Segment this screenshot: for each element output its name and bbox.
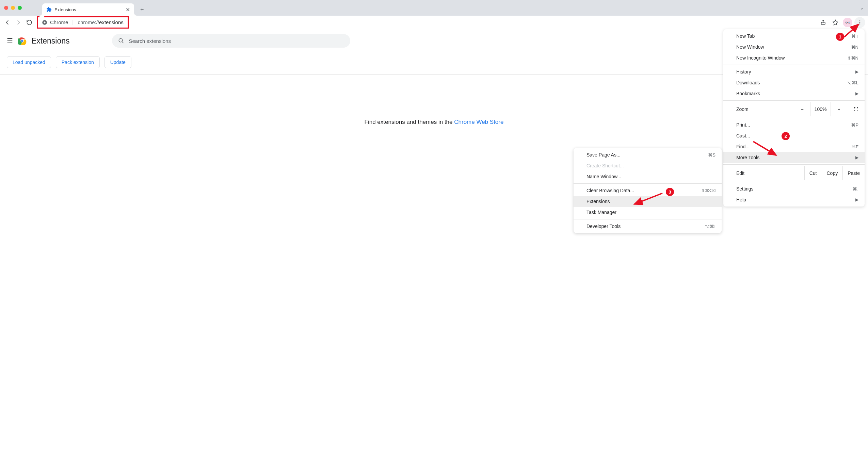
extension-puzzle-icon xyxy=(46,7,52,12)
nav-reload-button[interactable] xyxy=(25,18,34,27)
browser-tab[interactable]: Extensions ✕ xyxy=(42,3,134,16)
svg-point-9 xyxy=(119,38,123,42)
zoom-level: 100% xyxy=(810,102,831,116)
chrome-main-menu: New Tab⌘T New Window⌘N New Incognito Win… xyxy=(723,29,865,126)
menu-print[interactable]: Print...⌘P xyxy=(723,119,865,126)
new-tab-button[interactable]: + xyxy=(140,6,144,13)
chrome-logo-icon xyxy=(18,36,27,45)
window-minimize-button[interactable] xyxy=(11,6,15,10)
window-titlebar: Extensions ✕ + ⌄ xyxy=(0,0,868,16)
zoom-out-button[interactable]: − xyxy=(794,102,810,116)
menu-zoom-row: Zoom − 100% + xyxy=(723,102,865,116)
search-icon xyxy=(118,38,124,44)
menu-history[interactable]: History▶ xyxy=(723,66,865,77)
profile-avatar[interactable]: 👓 xyxy=(842,17,853,28)
address-bar-highlight-annotation: Chrome | chrome://extensions xyxy=(37,16,129,29)
fullscreen-icon[interactable] xyxy=(847,102,865,116)
omnibox-origin-label: Chrome xyxy=(50,19,68,25)
svg-point-8 xyxy=(21,39,23,42)
menu-new-window[interactable]: New Window⌘N xyxy=(723,42,865,52)
tab-title: Extensions xyxy=(54,7,76,12)
tabs-dropdown-icon[interactable]: ⌄ xyxy=(860,5,864,11)
update-button[interactable]: Update xyxy=(105,56,131,68)
main-menu-kebab-icon[interactable] xyxy=(854,17,865,28)
menu-bookmarks[interactable]: Bookmarks▶ xyxy=(723,88,865,99)
menu-downloads[interactable]: Downloads⌥⌘L xyxy=(723,77,865,88)
load-unpacked-button[interactable]: Load unpacked xyxy=(7,56,51,68)
svg-point-5 xyxy=(859,23,861,24)
omnibox-url: chrome://extensions xyxy=(78,19,124,25)
bookmark-star-icon[interactable] xyxy=(830,17,841,28)
nav-back-button[interactable] xyxy=(3,18,12,27)
window-zoom-button[interactable] xyxy=(18,6,22,10)
chrome-page-icon xyxy=(42,20,47,25)
search-placeholder: Search extensions xyxy=(129,38,171,44)
window-close-button[interactable] xyxy=(4,6,8,10)
omnibox-separator: | xyxy=(72,19,74,26)
chrome-web-store-link[interactable]: Chrome Web Store xyxy=(454,119,503,125)
traffic-lights xyxy=(4,6,22,10)
page-title: Extensions xyxy=(31,36,70,46)
browser-toolbar: Chrome | chrome://extensions 👓 xyxy=(0,16,868,29)
annotation-badge-1: 1 xyxy=(836,33,844,41)
svg-point-4 xyxy=(859,22,861,23)
tab-close-icon[interactable]: ✕ xyxy=(126,6,130,13)
hamburger-menu-icon[interactable]: ☰ xyxy=(7,37,13,45)
pack-extension-button[interactable]: Pack extension xyxy=(56,56,100,68)
zoom-in-button[interactable]: + xyxy=(831,102,847,116)
svg-point-3 xyxy=(859,20,861,21)
share-icon[interactable] xyxy=(818,17,829,28)
svg-point-1 xyxy=(44,21,45,23)
search-extensions-input[interactable]: Search extensions xyxy=(112,34,350,48)
address-bar[interactable]: Chrome | chrome://extensions xyxy=(37,17,129,28)
nav-forward-button[interactable] xyxy=(14,18,23,27)
menu-new-incognito[interactable]: New Incognito Window⇧⌘N xyxy=(723,52,865,63)
zoom-label: Zoom xyxy=(736,106,794,112)
